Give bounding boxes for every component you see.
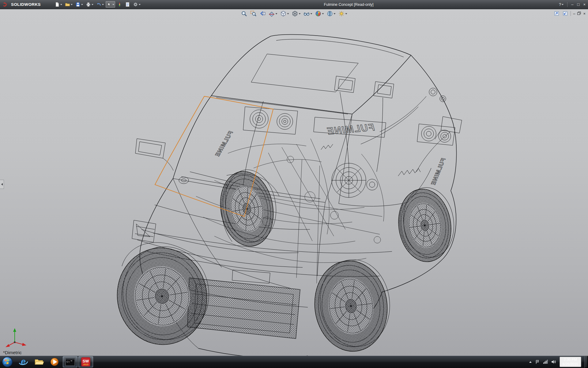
zoom-to-area-icon [250,10,257,17]
model-badge-left-sill: FULMINE [214,129,234,158]
section-view-button[interactable] [268,10,278,17]
model-badge-right-sill: FULMINE [430,157,447,186]
wireframe-svg: FULMINE FULMINE FULMINE [0,9,588,356]
hide-show-items-button[interactable] [303,10,313,17]
dropdown-caret-icon[interactable] [102,4,104,5]
view-orientation-icon [280,10,287,17]
zoom-to-area-button[interactable] [249,10,258,17]
section-view-icon [269,10,275,17]
dropdown-caret-icon[interactable] [322,13,324,14]
new-document-button[interactable] [54,1,63,8]
separator [571,11,571,16]
model-badge-front: FULMINE [326,121,375,136]
rebuild-icon [117,2,122,7]
close-button[interactable]: × [583,2,586,6]
apply-scene-button[interactable] [326,10,337,17]
options-icon [133,2,138,7]
svg-text:C:\: C:\ [66,360,70,363]
taskbar-clock[interactable]: 2:30 PM 6/26/2015 [560,357,581,367]
file-properties-button[interactable] [124,1,131,8]
undo-icon [96,2,101,7]
edit-appearance-icon [315,10,322,17]
select-button[interactable] [106,1,115,8]
view-settings-button[interactable] [337,10,348,17]
taskbar-app-internet-explorer[interactable]: e [16,356,31,367]
dropdown-caret-icon[interactable] [92,4,93,5]
clock-time: 2:30 PM [563,357,578,362]
print-button[interactable] [85,1,94,8]
previous-view-icon [259,10,266,17]
window-arrow-icon [554,11,559,16]
dropdown-caret-icon [562,4,564,5]
solidworks-app-icon: SW 2015 [81,357,91,367]
help-button[interactable]: ? [559,2,564,6]
command-prompt-icon: C:\ [65,357,75,367]
view-orientation-button[interactable] [279,10,290,17]
taskbar-app-media-player[interactable] [47,356,62,367]
volume-button[interactable] [551,360,556,364]
media-player-icon [49,357,60,367]
dropdown-caret-icon[interactable] [334,13,336,14]
doc-minimize-button[interactable]: – [573,12,575,16]
system-tray: 2:30 PM 6/26/2015 [529,356,588,368]
rebuild-button[interactable] [116,1,123,8]
svg-text:FULMINE: FULMINE [430,157,447,186]
options-button[interactable] [132,1,141,8]
select-icon [107,2,112,7]
dropdown-caret-icon[interactable] [60,4,62,5]
network-button[interactable] [543,360,548,364]
print-icon [86,2,91,7]
clock-date: 6/26/2015 [563,362,578,366]
dropdown-caret-icon[interactable] [139,4,141,5]
dropdown-caret-icon[interactable] [287,13,289,14]
display-style-button[interactable] [291,10,302,17]
taskbar-app-file-explorer[interactable] [32,356,46,367]
chevron-up-icon [529,361,532,363]
maximize-button[interactable]: □ [577,2,580,6]
dropdown-caret-icon[interactable] [345,13,347,14]
file-properties-icon [125,2,130,7]
headsup-view-toolbar [240,10,348,17]
doc-restore-button[interactable] [577,12,581,16]
taskbar-app-solidworks[interactable]: SW 2015 [78,356,93,367]
network-icon [543,360,548,364]
edit-appearance-button[interactable] [314,10,325,17]
save-button[interactable] [74,1,84,8]
previous-view-button[interactable] [258,10,267,17]
doc-close-button[interactable]: × [583,12,586,16]
hide-show-items-icon [303,10,310,17]
solidworks-brand: SOLIDWORKS [2,2,41,8]
collapse-arrow-icon [1,183,3,186]
hidden-icons-button[interactable] [529,361,532,363]
document-window-controls: – × [553,11,586,16]
dropdown-caret-icon[interactable] [311,13,312,14]
graphics-viewport[interactable]: FULMINE FULMINE FULMINE [0,9,588,356]
open-button[interactable] [64,1,74,8]
save-icon [75,2,81,7]
action-center-button[interactable] [535,360,540,364]
document-title: Fulmine Concept [Read-only] [324,2,374,7]
featuremanager-collapse-tab[interactable] [0,180,4,189]
minimize-button[interactable]: – [571,2,573,6]
solidworks-window: SOLIDWORKS Fulmine Concept [Read-only] ?… [0,0,588,368]
dropdown-caret-icon[interactable] [299,13,301,14]
dropdown-caret-icon[interactable] [71,4,73,5]
dropdown-caret-icon[interactable] [81,4,83,5]
undo-button[interactable] [95,1,105,8]
taskbar-app-command-prompt[interactable]: C:\ [63,356,77,367]
folder-icon [34,357,44,367]
svg-text:2015: 2015 [83,363,89,366]
window-arrow-icon [563,11,567,16]
start-button[interactable] [1,356,13,368]
dropdown-caret-icon[interactable] [112,4,114,5]
titlebar-toolbar [54,1,141,8]
new-document-icon [55,2,60,7]
display-style-icon [292,10,298,17]
doc-restore-up-button[interactable] [553,11,560,16]
internet-explorer-icon: e [18,356,29,367]
dropdown-caret-icon[interactable] [276,13,277,14]
zoom-to-fit-button[interactable] [240,10,248,17]
doc-restore-down-button[interactable] [562,11,568,16]
view-settings-icon [338,10,345,17]
show-desktop-button[interactable] [585,356,588,368]
